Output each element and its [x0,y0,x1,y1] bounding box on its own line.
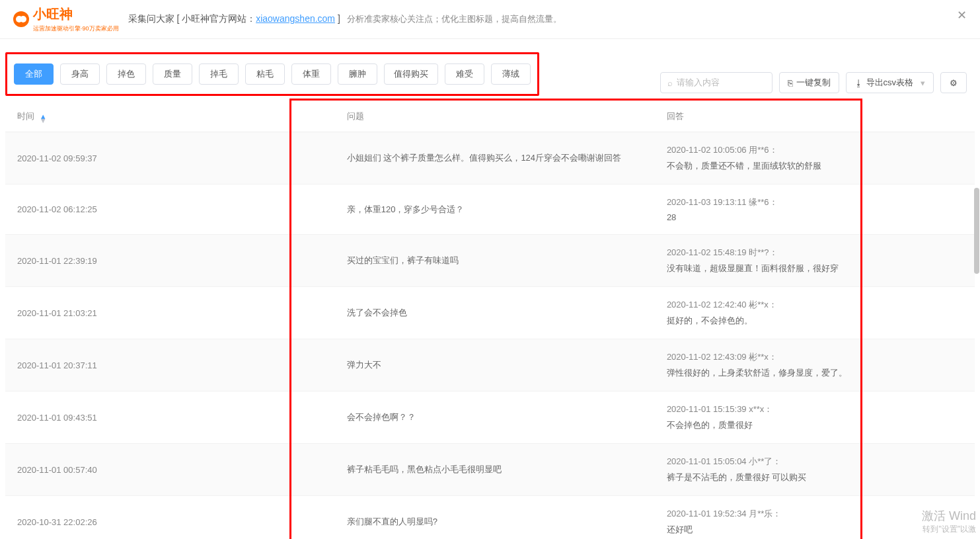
table-container: 时间 ▲▼ 问题 回答 2020-11-02 09:59:37小姐姐们 这个裤子… [5,101,975,539]
table-row: 2020-11-01 21:03:21洗了会不会掉色2020-11-02 12:… [5,287,975,339]
filter-tag-2[interactable]: 掉色 [106,63,146,85]
logo-text-column: 小旺神 运营加速驱动引擎·90万卖家必用 [33,5,119,33]
answer-text: 没有味道，超级显腿直！面料很舒服，很好穿 [667,263,963,274]
table-row: 2020-10-31 22:02:26亲们腿不直的人明显吗?2020-11-01… [5,496,975,540]
column-header-question[interactable]: 问题 [335,101,655,132]
cell-question: 会不会掉色啊？？ [335,392,655,444]
filter-tag-0[interactable]: 全部 [14,63,54,85]
export-button-label: 导出csv表格 [866,77,914,89]
answer-meta: 2020-11-02 15:48:19 时**?： [667,247,963,259]
filter-tags: 全部身高掉色质量掉毛粘毛体重臃肿值得购买难受薄绒 [14,63,531,85]
column-header-answer[interactable]: 回答 [655,101,975,132]
cell-question: 买过的宝宝们，裤子有味道吗 [335,235,655,287]
answer-meta: 2020-11-03 19:13:11 缘**6： [667,196,963,208]
filter-tag-8[interactable]: 值得购买 [384,63,438,85]
sort-icon[interactable]: ▲▼ [40,114,47,122]
download-icon: ⭳ [854,78,863,88]
cell-answer: 2020-11-02 12:43:09 彬**x：弹性很好的，上身柔软舒适，修身… [655,339,975,392]
table-row: 2020-11-02 09:59:37小姐姐们 这个裤子质量怎么样。值得购买么，… [5,132,975,185]
filter-tag-10[interactable]: 薄绒 [491,63,531,85]
cell-answer: 2020-11-01 15:15:39 x**x：不会掉色的，质量很好 [655,392,975,444]
official-site-link[interactable]: xiaowangshen.com [256,13,335,24]
page-description: 分析准卖家核心关注点；优化主图标题，提高自然流量。 [347,13,562,25]
answer-meta: 2020-11-01 15:05:04 小**了： [667,456,963,468]
scrollbar-thumb[interactable] [974,188,979,274]
filter-tag-9[interactable]: 难受 [445,63,484,85]
filter-tag-7[interactable]: 臃肿 [338,63,377,85]
answer-text: 裤子是不沾毛的，质量很好 可以购买 [667,472,963,483]
cell-time: 2020-11-01 09:43:51 [5,392,335,444]
answer-meta: 2020-11-02 12:43:09 彬**x： [667,351,963,363]
cell-question: 亲，体重120，穿多少号合适？ [335,185,655,235]
answer-text: 挺好的，不会掉色的。 [667,315,963,327]
export-csv-button[interactable]: ⭳ 导出csv表格 ▾ [846,72,934,93]
cell-time: 2020-11-02 06:12:25 [5,185,335,235]
cell-question: 洗了会不会掉色 [335,287,655,339]
answer-meta: 2020-11-01 15:15:39 x**x： [667,403,963,415]
copy-button[interactable]: ⎘ 一键复制 [779,72,839,93]
search-icon: ⌕ [667,78,673,88]
cell-answer: 2020-11-02 12:42:40 彬**x：挺好的，不会掉色的。 [655,287,975,339]
filter-tag-1[interactable]: 身高 [60,63,100,85]
copy-button-label: 一键复制 [796,77,831,89]
answer-text: 还好吧 [667,524,963,536]
watermark-line1: 激活 Wind [922,508,976,524]
cell-time: 2020-11-01 21:03:21 [5,287,335,339]
gear-icon: ⚙ [950,78,958,88]
copy-icon: ⎘ [788,78,793,88]
table-row: 2020-11-01 22:39:19买过的宝宝们，裤子有味道吗2020-11-… [5,235,975,287]
settings-button[interactable]: ⚙ [940,72,967,93]
column-header-time[interactable]: 时间 ▲▼ [5,101,335,132]
qa-table: 时间 ▲▼ 问题 回答 2020-11-02 09:59:37小姐姐们 这个裤子… [5,101,975,539]
filter-tag-3[interactable]: 质量 [153,63,192,85]
answer-meta: 2020-11-02 10:05:06 用**6： [667,144,963,156]
search-placeholder: 请输入内容 [677,77,720,89]
cell-answer: 2020-11-02 10:05:06 用**6：不会勒，质量还不错，里面绒软软… [655,132,975,185]
answer-meta: 2020-11-02 12:42:40 彬**x： [667,299,963,311]
cell-time: 2020-11-01 22:39:19 [5,235,335,287]
filter-tag-5[interactable]: 粘毛 [245,63,285,85]
cell-question: 弹力大不 [335,339,655,392]
answer-text: 不会掉色的，质量很好 [667,419,963,431]
cell-question: 小姐姐们 这个裤子质量怎么样。值得购买么，124斤穿会不会嘞谢谢回答 [335,132,655,185]
cell-time: 2020-11-01 20:37:11 [5,339,335,392]
filter-tag-4[interactable]: 掉毛 [199,63,239,85]
table-header-row: 时间 ▲▼ 问题 回答 [5,101,975,132]
cell-answer: 2020-11-03 19:13:11 缘**6：28 [655,185,975,235]
close-icon[interactable]: ✕ [957,8,967,22]
cell-answer: 2020-11-02 15:48:19 时**?：没有味道，超级显腿直！面料很舒… [655,235,975,287]
cell-question: 亲们腿不直的人明显吗? [335,496,655,540]
logo: 小旺神 运营加速驱动引擎·90万卖家必用 [13,5,119,33]
title-prefix: 采集问大家 [ 小旺神官方网站： [128,13,256,24]
cell-time: 2020-10-31 22:02:26 [5,496,335,540]
windows-activation-watermark: 激活 Wind 转到"设置"以激 [922,508,976,535]
cell-answer: 2020-11-01 15:05:04 小**了：裤子是不沾毛的，质量很好 可以… [655,444,975,496]
logo-subtitle: 运营加速驱动引擎·90万卖家必用 [33,24,119,33]
cell-time: 2020-11-01 00:57:40 [5,444,335,496]
chevron-down-icon: ▾ [921,78,925,88]
search-input[interactable]: ⌕ 请输入内容 [660,72,773,93]
watermark-line2: 转到"设置"以激 [922,524,976,535]
title-suffix: ] [335,13,340,24]
filter-tags-container: 全部身高掉色质量掉毛粘毛体重臃肿值得购买难受薄绒 [5,52,539,96]
cell-time: 2020-11-02 09:59:37 [5,132,335,185]
answer-text: 弹性很好的，上身柔软舒适，修身显度，爱了。 [667,367,963,379]
table-row: 2020-11-01 00:57:40裤子粘毛毛吗，黑色粘点小毛毛很明显吧202… [5,444,975,496]
answer-text: 28 [667,212,963,222]
answer-text: 不会勒，质量还不错，里面绒软软的舒服 [667,160,963,172]
logo-text: 小旺神 [33,5,119,23]
cell-question: 裤子粘毛毛吗，黑色粘点小毛毛很明显吧 [335,444,655,496]
page-title: 采集问大家 [ 小旺神官方网站：xiaowangshen.com ] [128,13,340,25]
header: 小旺神 运营加速驱动引擎·90万卖家必用 采集问大家 [ 小旺神官方网站：xia… [0,0,980,39]
table-row: 2020-11-02 06:12:25亲，体重120，穿多少号合适？2020-1… [5,185,975,235]
table-row: 2020-11-01 20:37:11弹力大不2020-11-02 12:43:… [5,339,975,392]
table-row: 2020-11-01 09:43:51会不会掉色啊？？2020-11-01 15… [5,392,975,444]
column-header-time-label: 时间 [17,111,34,121]
answer-meta: 2020-11-01 19:52:34 月**乐： [667,508,963,520]
logo-icon [13,11,29,27]
filter-tag-6[interactable]: 体重 [291,63,331,85]
